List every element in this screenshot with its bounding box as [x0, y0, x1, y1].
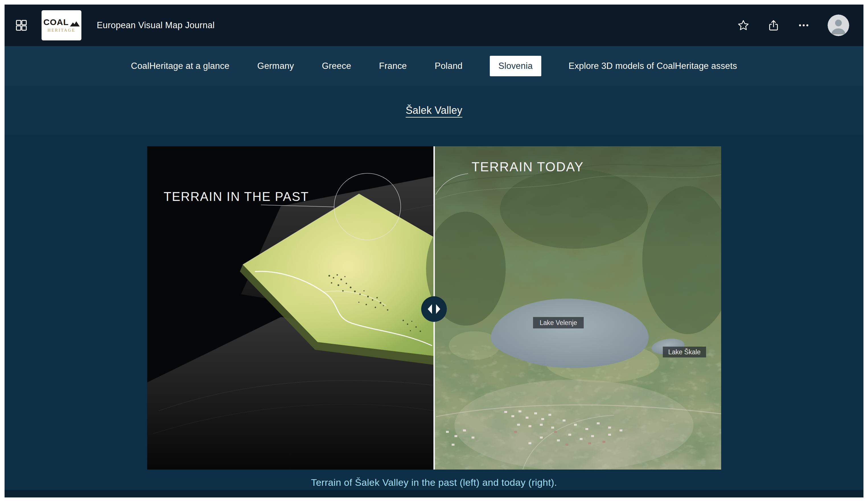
nav-tab-germany[interactable]: Germany — [257, 57, 294, 75]
share-icon[interactable] — [767, 19, 780, 32]
logo-line1: COAL — [43, 18, 69, 27]
terrain-comparison-slider: TERRAIN IN THE PAST — [147, 146, 721, 470]
story-content: TERRAIN IN THE PAST — [4, 135, 864, 498]
nav-tab-coalheritage-at-a-glance[interactable]: CoalHeritage at a glance — [130, 57, 230, 75]
section-nav: CoalHeritage at a glance Germany Greece … — [4, 46, 864, 86]
nav-tab-explore-3d-models[interactable]: Explore 3D models of CoalHeritage assets — [568, 57, 738, 75]
user-avatar[interactable] — [828, 14, 849, 36]
coalheritage-logo: COAL HERITAGE — [42, 10, 81, 40]
nav-tab-poland[interactable]: Poland — [434, 57, 463, 75]
next-section-strip — [4, 490, 864, 498]
panel-terrain-today: Lake Velenje Lake Škale TERRAIN TODAY — [426, 146, 721, 470]
subsection-nav: Šalek Valley — [4, 86, 864, 135]
app-title: European Visual Map Journal — [97, 20, 215, 30]
map-label-lake-skale: Lake Škale — [663, 347, 706, 357]
panel-terrain-past: TERRAIN IN THE PAST — [147, 146, 435, 470]
header-left: COAL HERITAGE European Visual Map Journa… — [15, 10, 215, 40]
mountain-icon — [70, 21, 80, 27]
logo-line2: HERITAGE — [48, 28, 75, 33]
app-header: COAL HERITAGE European Visual Map Journa… — [4, 4, 864, 46]
nav-tab-slovenia[interactable]: Slovenia — [490, 56, 541, 76]
svg-text:Lake Škale: Lake Škale — [668, 348, 701, 356]
svg-text:Lake Velenje: Lake Velenje — [540, 319, 577, 326]
nav-tab-greece[interactable]: Greece — [321, 57, 352, 75]
salek-valley-link[interactable]: Šalek Valley — [405, 104, 462, 116]
more-options-icon[interactable] — [797, 19, 810, 32]
map-journal-app: COAL HERITAGE European Visual Map Journa… — [4, 4, 864, 498]
past-annotation-label: TERRAIN IN THE PAST — [164, 189, 309, 204]
swipe-handle[interactable] — [421, 296, 447, 322]
star-icon[interactable] — [737, 19, 750, 32]
header-actions — [737, 14, 853, 36]
figure-caption: Terrain of Šalek Valley in the past (lef… — [311, 477, 557, 488]
today-annotation-label: TERRAIN TODAY — [472, 160, 584, 174]
apps-grid-icon[interactable] — [15, 19, 28, 32]
nav-tab-france[interactable]: France — [379, 57, 407, 75]
map-label-lake-velenje: Lake Velenje — [533, 317, 584, 328]
